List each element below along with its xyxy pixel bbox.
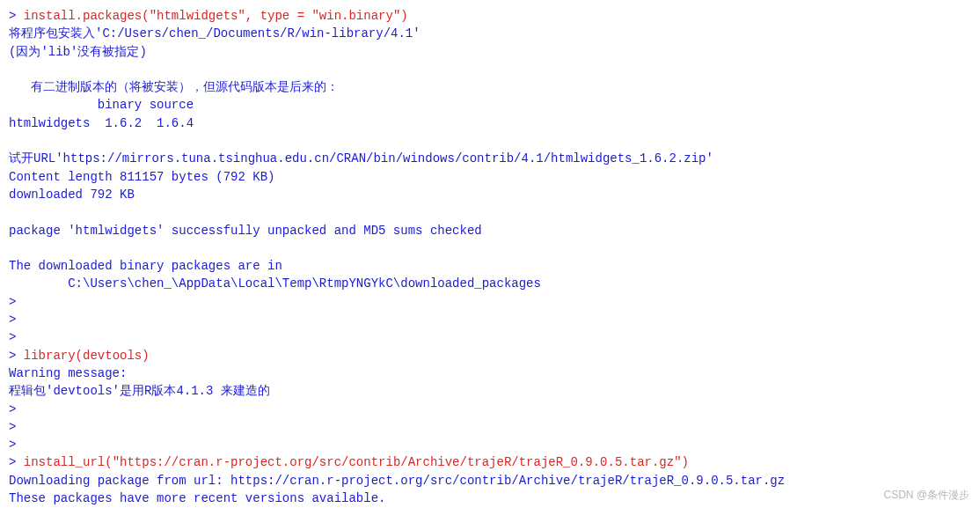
console-line: binary source — [9, 96, 971, 114]
output-text: 程辑包'devtools'是用R版本4.1.3 来建造的 — [9, 384, 277, 398]
console-line: package 'htmlwidgets' successfully unpac… — [9, 222, 971, 239]
output-text: Downloading package from url: https://cr… — [9, 474, 785, 488]
command-text: install_url("https://cran.r-project.org/… — [24, 455, 689, 469]
output-text: (因为'lib'没有被指定) — [9, 45, 147, 59]
prompt: > — [9, 330, 24, 344]
prompt: > — [9, 313, 24, 327]
console-line — [9, 61, 971, 78]
console-line: > — [9, 328, 971, 346]
output-text: Content length 811157 bytes (792 KB) — [9, 170, 274, 184]
prompt: > — [9, 455, 24, 469]
prompt: > — [9, 349, 24, 363]
console-line: > — [9, 401, 971, 418]
prompt: > — [9, 402, 24, 416]
console-line: > — [9, 436, 971, 453]
console-line: 有二进制版本的（将被安装），但源代码版本是后来的： — [9, 78, 971, 96]
console-line: > — [9, 418, 971, 436]
output-text: 有二进制版本的（将被安装），但源代码版本是后来的： — [9, 80, 339, 94]
console-line — [9, 132, 971, 150]
output-text — [9, 63, 16, 77]
prompt: > — [9, 295, 24, 309]
console-line: > install_url("https://cran.r-project.or… — [9, 453, 971, 471]
command-text: library(devtools) — [24, 349, 150, 363]
console-line: > library(devtools) — [9, 347, 971, 364]
output-text: C:\Users\chen_\AppData\Local\Temp\RtmpYN… — [9, 276, 541, 291]
output-text: binary source — [9, 98, 194, 112]
console-line — [9, 239, 971, 257]
output-text: package 'htmlwidgets' successfully unpac… — [9, 224, 482, 238]
output-text: 将程序包安装入'C:/Users/chen_/Documents/R/win-l… — [9, 26, 421, 40]
console-line: C:\Users\chen_\AppData\Local\Temp\RtmpYN… — [9, 275, 971, 292]
output-text: downloaded 792 KB — [9, 188, 135, 202]
console-line: Content length 811157 bytes (792 KB) — [9, 168, 971, 186]
output-text: 试开URL'https://mirrors.tuna.tsinghua.edu.… — [9, 151, 713, 166]
console-line: The downloaded binary packages are in — [9, 257, 971, 275]
r-console-output[interactable]: > install.packages("htmlwidgets", type =… — [9, 7, 971, 507]
console-line — [9, 203, 971, 221]
output-text: htmlwidgets 1.6.2 1.6.4 — [9, 116, 194, 130]
console-line: > — [9, 293, 971, 311]
console-line: > — [9, 311, 971, 328]
output-text: Warning message: — [9, 366, 127, 380]
console-line: (因为'lib'没有被指定) — [9, 43, 971, 61]
console-line: These packages have more recent versions… — [9, 490, 971, 507]
console-line: htmlwidgets 1.6.2 1.6.4 — [9, 114, 971, 132]
console-line: Warning message: — [9, 364, 971, 382]
console-line: 将程序包安装入'C:/Users/chen_/Documents/R/win-l… — [9, 25, 971, 42]
output-text — [9, 134, 16, 148]
watermark-text: CSDN @条件漫步 — [883, 488, 969, 503]
output-text — [9, 205, 16, 219]
prompt: > — [9, 438, 24, 452]
console-line: > install.packages("htmlwidgets", type =… — [9, 7, 971, 25]
console-line: 试开URL'https://mirrors.tuna.tsinghua.edu.… — [9, 150, 971, 167]
output-text: These packages have more recent versions… — [9, 491, 385, 505]
command-text: install.packages("htmlwidgets", type = "… — [24, 9, 408, 23]
console-line: 程辑包'devtools'是用R版本4.1.3 来建造的 — [9, 382, 971, 400]
prompt: > — [9, 420, 24, 434]
prompt: > — [9, 9, 24, 23]
output-text — [9, 241, 16, 255]
console-line: Downloading package from url: https://cr… — [9, 472, 971, 490]
console-line: downloaded 792 KB — [9, 186, 971, 203]
output-text: The downloaded binary packages are in — [9, 259, 282, 273]
